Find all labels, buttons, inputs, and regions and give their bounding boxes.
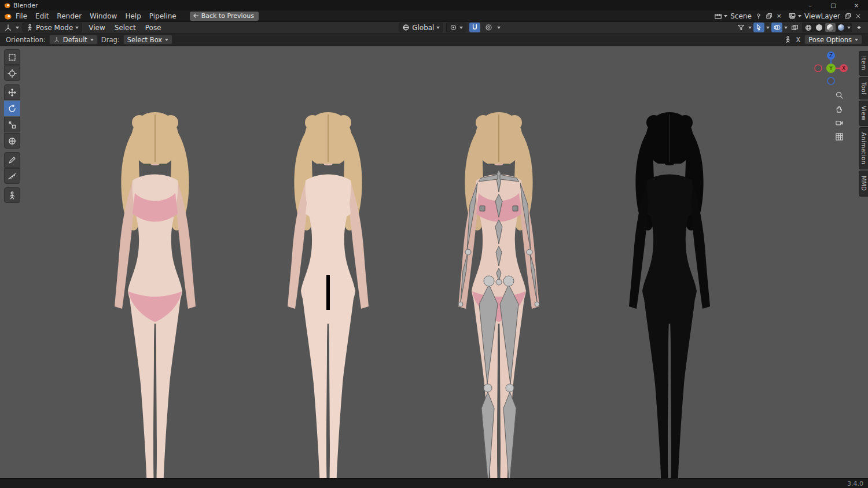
expand-arrows-icon: [855, 24, 863, 31]
snap-toggle[interactable]: [469, 23, 480, 32]
tool-cursor[interactable]: [4, 65, 20, 81]
tool-settings-bar: Orientation: Default Drag: Select Box X …: [0, 34, 868, 46]
unlink-scene-icon[interactable]: ×: [775, 12, 783, 20]
blender-logo-icon: [3, 2, 10, 9]
menu-select[interactable]: Select: [112, 24, 139, 32]
menu-file[interactable]: File: [12, 12, 31, 21]
armature-icon: [26, 24, 34, 31]
overlays-caret: [784, 27, 788, 29]
overlays-icon: [773, 24, 781, 31]
3d-viewport[interactable]: Z Y X Item Tool View Animation MMD: [0, 46, 868, 478]
skin-model[interactable]: [267, 108, 389, 478]
tab-view[interactable]: View: [859, 101, 868, 126]
shading-mode-group: [802, 23, 852, 32]
drag-mode-caret: [165, 39, 168, 41]
object-filter-dropdown[interactable]: [735, 23, 746, 32]
tab-tool[interactable]: Tool: [859, 77, 868, 99]
globe-icon: [402, 24, 410, 31]
menu-pipeline[interactable]: Pipeline: [145, 12, 181, 21]
blender-window: Blender – □ × File Edit Render Window He…: [0, 0, 868, 488]
gizmo-pointer-icon: [755, 24, 763, 31]
pose-options-label: Pose Options: [808, 36, 852, 44]
material-sphere-icon: [827, 24, 833, 31]
shading-solid-button[interactable]: [814, 23, 825, 32]
show-overlays-toggle[interactable]: [771, 23, 782, 32]
toggle-maximize-area[interactable]: [854, 23, 865, 32]
pin-scene-icon[interactable]: [755, 12, 763, 20]
new-viewlayer-icon[interactable]: [843, 12, 852, 20]
minimize-button[interactable]: –: [799, 0, 822, 10]
show-gizmos-toggle[interactable]: [753, 23, 764, 32]
orientation-caret: [436, 27, 440, 29]
proportional-falloff-icon: [485, 24, 492, 31]
wireframe-model[interactable]: [609, 108, 730, 478]
tool-scale[interactable]: [4, 117, 20, 132]
transform-orientation-dropdown[interactable]: Global: [399, 23, 443, 32]
scene-selector[interactable]: Scene ×: [712, 12, 784, 20]
viewlayer-selector[interactable]: ViewLayer: [786, 12, 863, 20]
remove-viewlayer-icon[interactable]: [854, 12, 862, 20]
armature-bones[interactable]: [458, 170, 539, 478]
status-bar: 3.4.0: [0, 478, 868, 488]
x-mirror-label[interactable]: X: [796, 36, 800, 44]
mode-selector[interactable]: Pose Mode: [23, 23, 82, 32]
textured-model[interactable]: [94, 108, 216, 478]
shading-wireframe-button[interactable]: [803, 23, 814, 32]
shading-material-button[interactable]: [825, 23, 836, 32]
tool-transform[interactable]: [4, 133, 20, 149]
pose-options-group: X Pose Options: [784, 35, 862, 45]
orientation-default-value: Default: [63, 36, 87, 44]
tab-mmd[interactable]: MMD: [859, 171, 868, 196]
solid-sphere-icon: [816, 24, 822, 31]
axis-negative-x-dot[interactable]: [815, 65, 822, 72]
x-mirror-icon[interactable]: [784, 36, 792, 43]
tool-pose-breakdowner[interactable]: [4, 187, 20, 203]
top-menu-bar: File Edit Render Window Help Pipeline Ba…: [0, 10, 868, 22]
blender-app-menu-icon[interactable]: [3, 12, 12, 20]
tool-select-box[interactable]: [4, 49, 20, 65]
wireframe-sphere-icon: [805, 24, 812, 31]
hand-icon: [835, 105, 844, 113]
orientation-default-dropdown[interactable]: Default: [49, 35, 98, 45]
orientation-default-caret: [90, 39, 94, 41]
back-to-previous-button[interactable]: Back to Previous: [190, 12, 259, 21]
shading-rendered-button[interactable]: [836, 23, 847, 32]
toggle-grid-button[interactable]: [833, 131, 845, 142]
pose-options-dropdown[interactable]: Pose Options: [804, 35, 862, 45]
axis-z-label: Z: [829, 53, 833, 58]
orientation-label: Orientation:: [6, 36, 46, 44]
menu-pose[interactable]: Pose: [142, 24, 164, 32]
pivot-point-dropdown[interactable]: [446, 23, 466, 32]
proportional-edit-toggle[interactable]: [483, 23, 494, 32]
menu-window[interactable]: Window: [86, 12, 121, 21]
rendered-sphere-icon: [838, 24, 844, 31]
tab-item[interactable]: Item: [859, 51, 868, 76]
close-button[interactable]: ×: [845, 0, 868, 10]
armature-posed-model[interactable]: [438, 108, 560, 478]
axis-negative-z-dot[interactable]: [827, 77, 834, 84]
menu-help[interactable]: Help: [121, 12, 145, 21]
tool-measure[interactable]: [4, 168, 20, 184]
zoom-button[interactable]: [833, 89, 845, 101]
drag-mode-dropdown[interactable]: Select Box: [123, 35, 173, 45]
tool-move[interactable]: [4, 84, 20, 100]
camera-view-button[interactable]: [833, 117, 845, 128]
maximize-button[interactable]: □: [822, 0, 845, 10]
magnet-icon: [471, 24, 479, 31]
menu-render[interactable]: Render: [53, 12, 86, 21]
scene-name[interactable]: Scene: [729, 12, 753, 20]
viewlayer-name[interactable]: ViewLayer: [803, 12, 841, 20]
new-scene-icon[interactable]: [765, 12, 774, 20]
tool-rotate[interactable]: [4, 101, 20, 116]
xray-icon: [791, 24, 799, 31]
tab-animation[interactable]: Animation: [859, 127, 868, 169]
scene-layer-selectors: Scene × ViewLayer: [712, 12, 863, 20]
xray-toggle[interactable]: [789, 23, 800, 32]
menu-edit[interactable]: Edit: [31, 12, 53, 21]
pan-button[interactable]: [833, 103, 845, 114]
editor-type-icon[interactable]: [3, 23, 12, 32]
menu-view[interactable]: View: [86, 24, 108, 32]
viewlayer-dropdown-caret: [798, 15, 801, 17]
axis-navigation-gizmo[interactable]: Z Y X: [812, 50, 849, 87]
tool-annotate[interactable]: [4, 152, 20, 168]
